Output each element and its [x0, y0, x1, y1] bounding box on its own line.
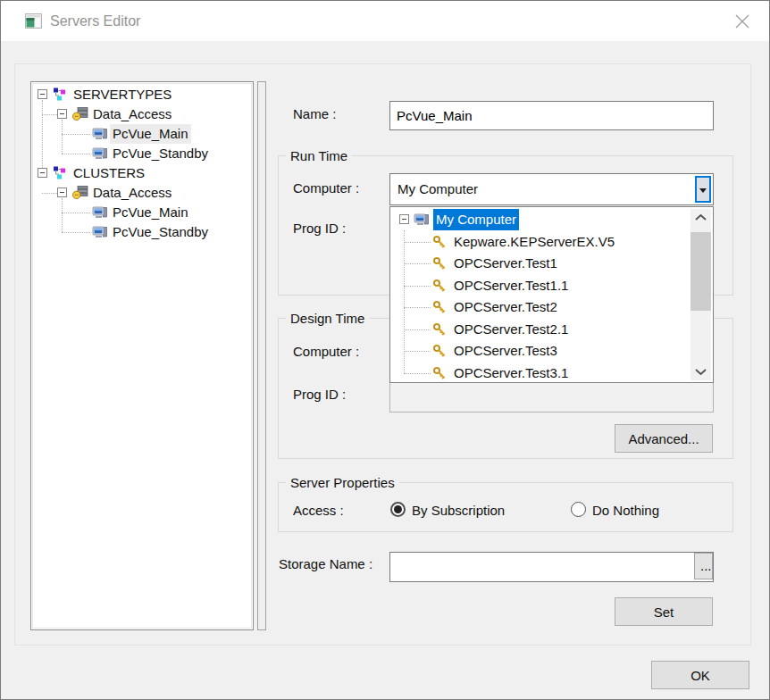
tree-item-pcvue_standby[interactable]: PcVue_Standby [31, 222, 253, 242]
servers-editor-dialog: Servers Editor SERVERTYPESData_AccessPcV… [0, 0, 770, 700]
do-nothing-radio[interactable] [571, 502, 586, 517]
name-label: Name : [293, 106, 336, 122]
key-icon [432, 256, 448, 271]
key-icon [432, 279, 448, 293]
combobox-value: My Computer [398, 174, 478, 204]
computer-icon [92, 225, 108, 239]
designtime-group-title: Design Time [286, 310, 369, 327]
tree-item-label: SERVERTYPES [71, 85, 174, 104]
dropdown-item-label: OPCServer.Test1.1 [451, 275, 571, 296]
tree-item-label: Data_Access [90, 104, 174, 124]
key-icon [432, 344, 448, 358]
key-icon [432, 322, 448, 337]
dropdown-item-label: OPCServer.Test3.1 [451, 362, 571, 384]
tree-item-data_access[interactable]: Data_Access [31, 183, 253, 203]
computer-icon [92, 146, 108, 161]
dropdown-item-label: OPCServer.Test2.1 [451, 319, 571, 340]
storage-name-label: Storage Name : [279, 556, 372, 572]
server-tree[interactable]: SERVERTYPESData_AccessPcVue_MainPcVue_St… [30, 81, 254, 630]
dropdown-item[interactable]: OPCServer.Test2.1 [390, 319, 685, 340]
dropdown-item-label: OPCServer.Test3 [451, 340, 560, 362]
runtime-computer-combobox[interactable]: My Computer [389, 173, 714, 205]
by-subscription-label: By Subscription [412, 503, 505, 519]
set-button[interactable]: Set [615, 597, 713, 626]
tree-item-label: PcVue_Main [110, 124, 191, 144]
tree-item-label: PcVue_Standby [110, 144, 211, 163]
dropdown-item[interactable]: OPCServer.Test3.1 [390, 362, 685, 384]
runtime-computer-label: Computer : [293, 180, 359, 196]
tree-item-pcvue_standby[interactable]: PcVue_Standby [31, 144, 253, 163]
dropdown-item-label: Kepware.KEPServerEX.V5 [451, 231, 617, 253]
tree-expand-toggle[interactable] [57, 188, 67, 197]
tree-expand-toggle[interactable] [57, 109, 67, 119]
tree-item-data_access[interactable]: Data_Access [31, 104, 253, 124]
tree-expand-toggle[interactable] [38, 168, 47, 178]
by-subscription-radio[interactable] [390, 502, 406, 517]
dropdown-item[interactable]: OPCServer.Test1 [390, 253, 685, 274]
scroll-up-icon[interactable] [690, 209, 711, 227]
computer-icon [92, 205, 108, 220]
tree-item-label: PcVue_Standby [110, 222, 211, 242]
app-icon [25, 13, 42, 29]
ok-button[interactable]: OK [651, 661, 749, 689]
tree-expand-toggle[interactable] [399, 214, 409, 224]
designtime-progid-field[interactable] [389, 382, 714, 412]
serverprops-group-title: Server Properties [286, 474, 399, 491]
dropdown-item[interactable]: Kepware.KEPServerEX.V5 [390, 231, 685, 253]
tree-item-label: PcVue_Main [110, 203, 191, 222]
tree-item-label: Data_Access [90, 183, 174, 203]
tree-item-servertypes[interactable]: SERVERTYPES [31, 85, 253, 104]
key-icon [432, 366, 448, 380]
browse-button[interactable]: ... [694, 553, 713, 579]
scrollbar-thumb[interactable] [690, 232, 711, 311]
serverprops-group: Server Properties [278, 482, 733, 532]
window-title: Servers Editor [50, 1, 140, 41]
runtime-progid-label: Prog ID : [293, 221, 346, 237]
dropdown-item-label: OPCServer.Test2 [451, 296, 560, 318]
name-input[interactable] [389, 101, 714, 130]
designtime-progid-label: Prog ID : [293, 387, 346, 403]
scroll-down-icon[interactable] [690, 362, 711, 380]
computer-icon [414, 212, 430, 227]
dropdown-item[interactable]: OPCServer.Test3 [390, 340, 685, 362]
tree-expand-toggle[interactable] [38, 89, 47, 99]
dropdown-item[interactable]: OPCServer.Test1.1 [390, 275, 685, 296]
servertype-icon [53, 166, 69, 180]
tree-scrollbar-track[interactable] [257, 81, 266, 630]
title-bar: Servers Editor [1, 1, 769, 41]
dropdown-scrollbar[interactable] [690, 209, 711, 380]
runtime-group-title: Run Time [286, 147, 352, 164]
access-label: Access : [293, 503, 344, 519]
database-icon [72, 107, 88, 121]
database-icon [72, 186, 88, 200]
computer-dropdown-list[interactable]: My ComputerKepware.KEPServerEX.V5OPCServ… [389, 206, 714, 383]
combobox-dropdown-icon[interactable] [695, 176, 711, 203]
tree-item-pcvue_main[interactable]: PcVue_Main [31, 124, 253, 144]
computer-icon [92, 127, 108, 141]
key-icon [432, 235, 448, 249]
designtime-computer-label: Computer : [293, 344, 359, 360]
key-icon [432, 300, 448, 314]
advanced-button[interactable]: Advanced... [615, 424, 713, 453]
servertype-icon [53, 88, 69, 102]
do-nothing-label: Do Nothing [592, 503, 659, 519]
tree-item-label: CLUSTERS [71, 163, 147, 183]
tree-item-clusters[interactable]: CLUSTERS [31, 163, 253, 183]
storage-name-input[interactable] [389, 552, 714, 582]
dropdown-item[interactable]: OPCServer.Test2 [390, 296, 685, 318]
close-icon[interactable] [733, 12, 751, 30]
dropdown-item-root[interactable]: My Computer [390, 209, 685, 230]
dropdown-item-label: My Computer [433, 209, 519, 230]
tree-item-pcvue_main[interactable]: PcVue_Main [31, 203, 253, 222]
storage-name-field-wrap: ... [389, 552, 714, 582]
dropdown-item-label: OPCServer.Test1 [451, 253, 560, 274]
